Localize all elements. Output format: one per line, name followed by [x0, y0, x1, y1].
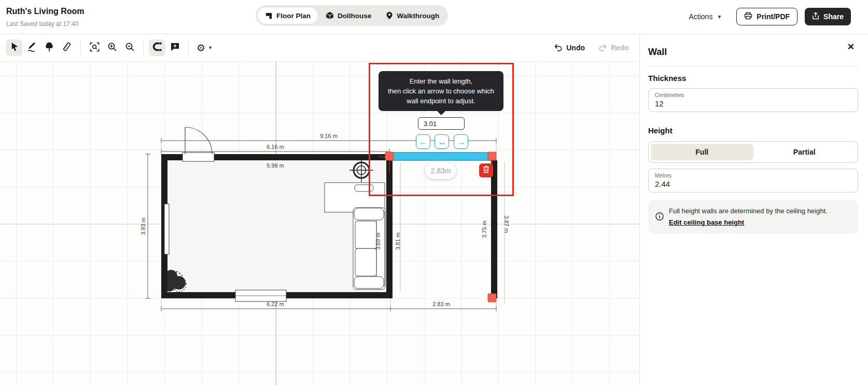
toolbar-divider: [143, 41, 144, 54]
toolbar-divider: [188, 41, 189, 54]
desk-chair: [355, 185, 373, 191]
zoom-out-icon: [125, 42, 135, 54]
dim-left-room-width: 6.16 m: [267, 144, 284, 150]
redo-button[interactable]: Redo: [598, 43, 629, 53]
share-button[interactable]: Share: [805, 8, 851, 25]
undo-icon: [554, 43, 563, 53]
info-text: Full height walls are determined by the …: [669, 207, 828, 216]
thickness-field[interactable]: Centimetres 12: [648, 88, 858, 112]
tooltip-line: then click an arrow to choose which: [383, 86, 499, 96]
height-mode-segmented-control: Full Partial: [648, 141, 858, 163]
wall-length-input[interactable]: [418, 117, 465, 130]
magnet-icon: [152, 42, 162, 53]
undo-label: Undo: [566, 44, 585, 52]
pencil-icon: [26, 42, 37, 54]
wall-middle: [386, 154, 393, 298]
floor-plan-icon: [265, 12, 273, 20]
zoom-out[interactable]: [121, 39, 138, 56]
toolbar: ⚙ ▼ Undo Redo: [0, 34, 639, 62]
zoom-in-icon: [107, 42, 117, 54]
window-left[interactable]: [164, 204, 169, 254]
tooltip-line: Enter the wall length,: [383, 76, 499, 86]
close-icon[interactable]: ✕: [847, 42, 855, 52]
magnet-snap-tool[interactable]: [149, 39, 165, 56]
tab-label: Walkthrough: [397, 12, 439, 20]
thickness-heading: Thickness: [648, 74, 858, 82]
tab-floor-plan[interactable]: Floor Plan: [257, 7, 318, 24]
tab-label: Floor Plan: [276, 12, 311, 20]
tree-icon: [45, 42, 54, 54]
arrow-right-icon: →: [457, 138, 465, 146]
walkthrough-icon: [386, 11, 393, 20]
edit-ceiling-base-height-link[interactable]: Edit ceiling base height: [669, 218, 744, 226]
wall-right: [491, 160, 497, 298]
height-unit-label: Metres: [655, 172, 851, 178]
wall-endpoint-handle-left: [385, 152, 394, 160]
zoom-fit-icon: [90, 42, 100, 54]
print-pdf-label: Print/PDF: [757, 12, 790, 21]
dim-inner-width: 5.98 m: [267, 162, 284, 169]
view-mode-tabs: Floor Plan Dollhouse Walkthrough: [256, 5, 448, 26]
thickness-value[interactable]: 12: [655, 99, 851, 108]
dim-inner-right: 3.81 m: [395, 232, 401, 250]
select-tool[interactable]: [6, 39, 22, 56]
tab-dollhouse[interactable]: Dollhouse: [318, 7, 379, 24]
sofa-armrest-top: [354, 208, 384, 220]
panel-divider: [648, 66, 858, 66]
dim-right-wall-inner: 3.75 m: [481, 221, 487, 238]
print-pdf-button[interactable]: Print/PDF: [736, 8, 797, 25]
chevron-down-icon: ▼: [717, 14, 722, 20]
arrow-left-icon: ←: [419, 138, 427, 146]
undo-button[interactable]: Undo: [554, 43, 585, 53]
sofa-armrest-bottom: [354, 277, 384, 288]
tab-walkthrough[interactable]: Walkthrough: [379, 7, 446, 24]
chevron-down-icon: ▼: [208, 45, 213, 50]
trash-icon: [483, 166, 489, 175]
draw-walls-tool[interactable]: [23, 39, 40, 56]
share-icon: [812, 12, 819, 21]
zoom-in[interactable]: [104, 39, 120, 56]
ceiling-height-info-box: Full height walls are determined by the …: [648, 200, 858, 233]
wall-properties-panel: ✕ Wall Thickness Centimetres 12 Height F…: [639, 34, 868, 385]
adjust-right-endpoint-button[interactable]: →: [454, 134, 468, 149]
furniture-tool[interactable]: [41, 39, 58, 56]
sofa-cushion: [355, 221, 376, 249]
height-option-partial[interactable]: Partial: [753, 144, 856, 160]
ruler-icon: [62, 42, 72, 54]
adjust-left-endpoint-button[interactable]: ←: [416, 134, 430, 149]
annotation-tool[interactable]: [166, 39, 183, 56]
wall-endpoint-handle-right: [488, 152, 496, 160]
selected-wall[interactable]: [389, 153, 492, 160]
tab-label: Dollhouse: [338, 12, 371, 20]
undo-redo-group: Undo Redo: [554, 43, 629, 53]
measure-tool[interactable]: [59, 39, 75, 56]
printer-icon: [744, 12, 752, 21]
dim-total-width: 9.16 m: [320, 133, 338, 139]
arrow-both-icon: ↔: [438, 138, 446, 146]
delete-wall-button[interactable]: [479, 163, 493, 177]
dim-bottom-left: 6.22 m: [267, 301, 284, 307]
height-option-full[interactable]: Full: [651, 144, 753, 160]
sofa-cushion: [355, 249, 376, 276]
dim-bottom-right: 2.83 m: [432, 301, 450, 307]
height-value[interactable]: 2.44: [655, 180, 851, 188]
adjust-both-endpoints-button[interactable]: ↔: [435, 134, 449, 149]
settings-tool[interactable]: ⚙ ▼: [193, 43, 216, 53]
info-icon: [655, 212, 664, 227]
page-title: Ruth's Living Room: [6, 7, 84, 16]
height-field[interactable]: Metres 2.44: [648, 169, 858, 192]
thickness-unit-label: Centimetres: [655, 92, 851, 98]
tooltip-line: wall endpoint to adjust.: [383, 96, 499, 106]
dollhouse-icon: [326, 11, 334, 20]
zoom-to-fit[interactable]: [86, 39, 103, 56]
actions-menu-button[interactable]: Actions ▼: [689, 12, 722, 21]
comment-plus-icon: [170, 42, 180, 53]
dim-left-height: 3.93 m: [140, 217, 146, 235]
header-actions: Actions ▼ Print/PDF Share: [689, 7, 851, 26]
height-heading: Height: [648, 126, 858, 135]
selected-wall-length-label: 2.83m: [425, 162, 456, 179]
header: Ruth's Living Room Last Saved today at 1…: [0, 0, 868, 34]
share-label: Share: [823, 12, 844, 21]
dim-inner-left: 3.69 m: [375, 232, 381, 250]
cursor-icon: [9, 42, 19, 54]
